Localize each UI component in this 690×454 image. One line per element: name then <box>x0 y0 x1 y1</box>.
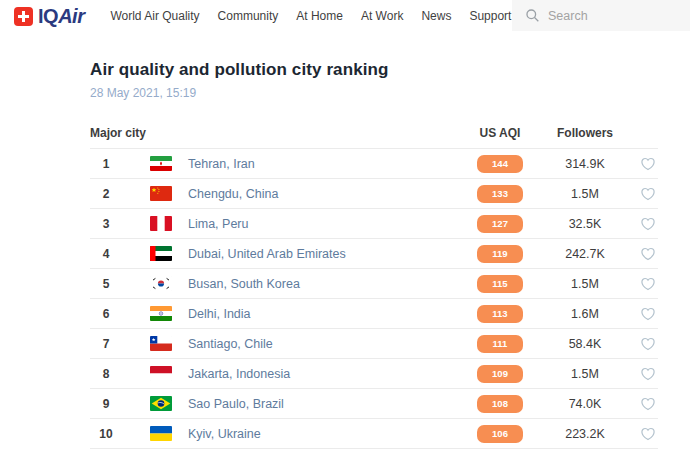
aqi-badge: 109 <box>477 365 523 383</box>
followers-count: 1.5M <box>540 277 630 291</box>
iqair-logo[interactable]: IQAir <box>14 5 84 28</box>
followers-count: 242.7K <box>540 247 630 261</box>
table-row[interactable]: 7 Santiago, Chile 111 58.4K <box>90 328 658 358</box>
flag-uae-icon <box>150 246 172 261</box>
table-row[interactable]: 6 Delhi, India 113 1.6M <box>90 298 658 328</box>
city-link[interactable]: Tehran, Iran <box>188 157 460 171</box>
brand-wordmark: IQAir <box>38 5 84 28</box>
table-row[interactable]: 4 Dubai, United Arab Emirates 119 242.7K <box>90 238 658 268</box>
city-ranking-rows: 1 Tehran, Iran 144 314.9K 2 Chengdu, Chi… <box>90 148 658 449</box>
flag-india-icon <box>150 306 172 321</box>
table-row[interactable]: 10 Kyiv, Ukraine 106 223.2K <box>90 418 658 448</box>
table-row[interactable]: 2 Chengdu, China 133 1.5M <box>90 178 658 208</box>
follow-heart-icon[interactable] <box>640 306 656 322</box>
column-header-major-city: Major city <box>90 126 460 140</box>
flag-iran-icon <box>150 156 172 171</box>
aqi-badge: 115 <box>477 275 523 293</box>
city-link[interactable]: Jakarta, Indonesia <box>188 367 460 381</box>
follow-heart-icon[interactable] <box>640 336 656 352</box>
flag-indonesia-icon <box>150 366 172 381</box>
aqi-badge: 108 <box>477 395 523 413</box>
city-link[interactable]: Sao Paulo, Brazil <box>188 397 460 411</box>
aqi-badge: 119 <box>477 245 523 263</box>
follow-heart-icon[interactable] <box>640 426 656 442</box>
follow-heart-icon[interactable] <box>640 366 656 382</box>
rank-number: 8 <box>90 367 122 381</box>
nav-item-at-work[interactable]: At Work <box>352 9 412 23</box>
search-icon <box>525 8 540 23</box>
table-row[interactable]: 9 Sao Paulo, Brazil 108 74.0K <box>90 388 658 418</box>
search-bar[interactable] <box>512 0 690 31</box>
followers-count: 1.5M <box>540 367 630 381</box>
rank-number: 9 <box>90 397 122 411</box>
table-row[interactable]: 3 Lima, Peru 127 32.5K <box>90 208 658 238</box>
rank-number: 4 <box>90 247 122 261</box>
follow-heart-icon[interactable] <box>640 186 656 202</box>
city-link[interactable]: Busan, South Korea <box>188 277 460 291</box>
page-title: Air quality and pollution city ranking <box>90 60 658 80</box>
nav-item-community[interactable]: Community <box>209 9 288 23</box>
nav-item-at-home[interactable]: At Home <box>287 9 352 23</box>
flag-brazil-icon <box>150 396 172 411</box>
aqi-badge: 133 <box>477 185 523 203</box>
flag-chile-icon <box>150 336 172 351</box>
flag-ukraine-icon <box>150 426 172 441</box>
table-header-row: Major city US AQI Followers <box>90 118 658 148</box>
table-row[interactable]: 8 Jakarta, Indonesia 109 1.5M <box>90 358 658 388</box>
nav-item-news[interactable]: News <box>412 9 460 23</box>
nav-item-world-air-quality[interactable]: World Air Quality <box>101 9 208 23</box>
followers-count: 74.0K <box>540 397 630 411</box>
aqi-badge: 106 <box>477 425 523 443</box>
follow-heart-icon[interactable] <box>640 246 656 262</box>
table-row[interactable]: 1 Tehran, Iran 144 314.9K <box>90 148 658 178</box>
followers-count: 1.6M <box>540 307 630 321</box>
iqair-city-ranking-page: { "header": { "brand": { "iq": "IQ", "ai… <box>0 0 690 454</box>
aqi-badge: 113 <box>477 305 523 323</box>
aqi-badge: 127 <box>477 215 523 233</box>
follow-heart-icon[interactable] <box>640 276 656 292</box>
main-content: Air quality and pollution city ranking 2… <box>0 32 690 449</box>
followers-count: 32.5K <box>540 217 630 231</box>
follow-heart-icon[interactable] <box>640 156 656 172</box>
followers-count: 314.9K <box>540 157 630 171</box>
swiss-cross-icon <box>14 7 33 26</box>
top-navigation-bar: IQAir World Air QualityCommunityAt HomeA… <box>0 0 690 32</box>
column-header-us-aqi: US AQI <box>460 126 540 140</box>
followers-count: 1.5M <box>540 187 630 201</box>
flag-south-korea-icon <box>150 276 172 291</box>
city-link[interactable]: Chengdu, China <box>188 187 460 201</box>
rank-number: 6 <box>90 307 122 321</box>
city-ranking-table: Major city US AQI Followers 1 Tehran, Ir… <box>90 118 658 449</box>
follow-heart-icon[interactable] <box>640 216 656 232</box>
table-row[interactable]: 5 Busan, South Korea 115 1.5M <box>90 268 658 298</box>
rank-number: 10 <box>90 427 122 441</box>
followers-count: 58.4K <box>540 337 630 351</box>
city-link[interactable]: Santiago, Chile <box>188 337 460 351</box>
aqi-badge: 111 <box>477 335 523 353</box>
rank-number: 2 <box>90 187 122 201</box>
rank-number: 5 <box>90 277 122 291</box>
city-link[interactable]: Delhi, India <box>188 307 460 321</box>
flag-china-icon <box>150 186 172 201</box>
flag-peru-icon <box>150 216 172 231</box>
city-link[interactable]: Lima, Peru <box>188 217 460 231</box>
city-link[interactable]: Kyiv, Ukraine <box>188 427 460 441</box>
follow-heart-icon[interactable] <box>640 396 656 412</box>
aqi-badge: 144 <box>477 155 523 173</box>
rank-number: 1 <box>90 157 122 171</box>
rank-number: 3 <box>90 217 122 231</box>
column-header-followers: Followers <box>540 126 630 140</box>
city-link[interactable]: Dubai, United Arab Emirates <box>188 247 460 261</box>
timestamp: 28 May 2021, 15:19 <box>90 86 658 100</box>
search-input[interactable] <box>548 9 678 23</box>
rank-number: 7 <box>90 337 122 351</box>
followers-count: 223.2K <box>540 427 630 441</box>
main-nav: World Air QualityCommunityAt HomeAt Work… <box>101 9 520 23</box>
